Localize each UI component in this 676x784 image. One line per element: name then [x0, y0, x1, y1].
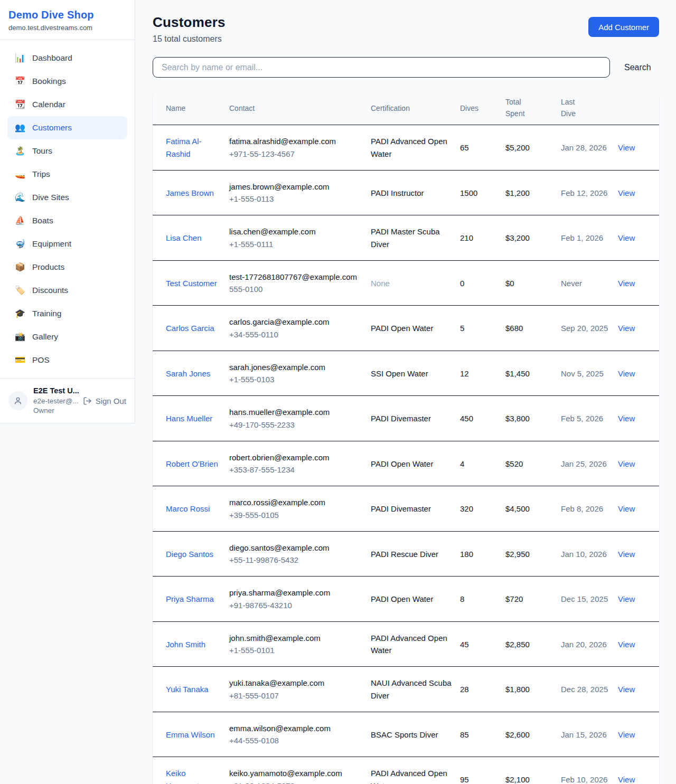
customer-last-dive: Sep 20, 2025 [561, 306, 618, 351]
customer-name-link[interactable]: Diego Santos [166, 550, 213, 559]
search-bar: Search [153, 57, 659, 78]
col-header-certification: Certification [371, 91, 460, 125]
sidebar-item-dashboard[interactable]: 📊 Dashboard [7, 46, 127, 70]
view-customer-link[interactable]: View [618, 143, 635, 152]
sidebar-item-products[interactable]: 📦 Products [7, 256, 127, 279]
customer-total-spent: $5,200 [505, 125, 561, 171]
table-row: Marco Rossi marco.rossi@example.com +39-… [153, 486, 659, 532]
view-customer-link[interactable]: View [618, 504, 635, 513]
customer-total-spent: $4,500 [505, 486, 561, 532]
customer-phone: +49-170-555-2233 [229, 419, 363, 431]
customer-dives: 45 [460, 621, 505, 667]
sidebar-item-boats[interactable]: ⛵ Boats [7, 209, 127, 232]
customer-certification: None [371, 260, 460, 306]
customer-last-dive: Jan 15, 2026 [561, 712, 618, 757]
customer-name-link[interactable]: Yuki Tanaka [166, 685, 209, 694]
shop-domain: demo.test.divestreams.com [8, 24, 126, 32]
customer-name-link[interactable]: Emma Wilson [166, 730, 215, 739]
sidebar-item-label: Calendar [32, 100, 65, 109]
customer-name-link[interactable]: Sarah Jones [166, 369, 210, 378]
customer-last-dive: Nov 5, 2025 [561, 351, 618, 396]
sidebar-item-label: Dashboard [32, 53, 72, 63]
customer-email: john.smith@example.com [229, 632, 363, 644]
table-row: Priya Sharma priya.sharma@example.com +9… [153, 577, 659, 622]
customer-last-dive: Dec 15, 2025 [561, 577, 618, 622]
sidebar-item-tours[interactable]: 🏝️ Tours [7, 139, 127, 163]
view-customer-link[interactable]: View [618, 369, 635, 378]
shop-name: Demo Dive Shop [8, 9, 126, 21]
view-customer-link[interactable]: View [618, 685, 635, 694]
customer-name-link[interactable]: Priya Sharma [166, 594, 214, 603]
view-customer-link[interactable]: View [618, 730, 635, 739]
customer-name-link[interactable]: Keiko Yamamoto [166, 769, 203, 784]
table-row: Emma Wilson emma.wilson@example.com +44-… [153, 712, 659, 757]
col-header-total-spent: Total Spent [505, 91, 561, 125]
sailboat-icon: ⛵ [15, 216, 25, 225]
customer-name-link[interactable]: Fatima Al-Rashid [166, 137, 202, 158]
customer-email: fatima.alrashid@example.com [229, 135, 363, 147]
customer-last-dive: Never [561, 260, 618, 306]
bar-chart-icon: 📊 [15, 54, 25, 62]
table-row: Keiko Yamamoto keiko.yamamoto@example.co… [153, 757, 659, 784]
sidebar-item-trips[interactable]: 🚤 Trips [7, 163, 127, 186]
graduation-cap-icon: 🎓 [15, 309, 25, 318]
customer-last-dive: Feb 12, 2026 [561, 170, 618, 215]
customer-phone: +55-11-99876-5432 [229, 554, 363, 566]
user-info: E2E Test U... e2e-tester@... Owner [33, 386, 77, 415]
customer-name-link[interactable]: Carlos Garcia [166, 324, 214, 333]
customer-email: james.brown@example.com [229, 181, 363, 193]
customer-phone: +1-555-0113 [229, 193, 363, 205]
view-customer-link[interactable]: View [618, 550, 635, 559]
sidebar-item-discounts[interactable]: 🏷️ Discounts [7, 279, 127, 302]
sidebar-item-training[interactable]: 🎓 Training [7, 302, 127, 325]
customer-name-link[interactable]: John Smith [166, 640, 205, 649]
sidebar-item-dive-sites[interactable]: 🌊 Dive Sites [7, 186, 127, 209]
view-customer-link[interactable]: View [618, 324, 635, 333]
view-customer-link[interactable]: View [618, 188, 635, 197]
view-customer-link[interactable]: View [618, 459, 635, 468]
sidebar: Demo Dive Shop demo.test.divestreams.com… [0, 0, 135, 423]
sign-out-button[interactable]: Sign Out [83, 396, 126, 405]
sidebar-item-customers[interactable]: 👥 Customers [7, 116, 127, 139]
customer-total-spent: $1,800 [505, 667, 561, 712]
add-customer-button[interactable]: Add Customer [588, 17, 659, 37]
customer-name-link[interactable]: Lisa Chen [166, 233, 202, 242]
customer-name-link[interactable]: Marco Rossi [166, 504, 210, 513]
sidebar-item-pos[interactable]: 💳 POS [7, 348, 127, 372]
customer-name-link[interactable]: Robert O'Brien [166, 459, 218, 468]
customer-email: carlos.garcia@example.com [229, 316, 363, 328]
customer-name-link[interactable]: Test Customer [166, 279, 217, 288]
search-input[interactable] [153, 57, 610, 78]
customer-dives: 450 [460, 396, 505, 441]
table-row: Sarah Jones sarah.jones@example.com +1-5… [153, 351, 659, 396]
view-customer-link[interactable]: View [618, 233, 635, 242]
customer-email: hans.mueller@example.com [229, 406, 363, 418]
view-customer-link[interactable]: View [618, 775, 635, 784]
view-customer-link[interactable]: View [618, 594, 635, 603]
customer-dives: 1500 [460, 170, 505, 215]
customer-certification: BSAC Sports Diver [371, 712, 460, 757]
view-customer-link[interactable]: View [618, 279, 635, 288]
view-customer-link[interactable]: View [618, 640, 635, 649]
customer-last-dive: Feb 5, 2026 [561, 396, 618, 441]
customer-name-link[interactable]: James Brown [166, 188, 214, 197]
customer-phone: +39-555-0105 [229, 509, 363, 521]
sidebar-item-equipment[interactable]: 🤿 Equipment [7, 232, 127, 256]
customer-email: lisa.chen@example.com [229, 225, 363, 238]
customer-certification: PADI Advanced Open Water [371, 757, 460, 784]
col-header-name: Name [153, 91, 229, 125]
sidebar-header: Demo Dive Shop demo.test.divestreams.com [0, 0, 135, 40]
customer-phone: +91-98765-43210 [229, 599, 363, 611]
customer-phone: +971-55-123-4567 [229, 148, 363, 160]
table-row: Fatima Al-Rashid fatima.alrashid@example… [153, 125, 659, 171]
customer-email: priya.sharma@example.com [229, 587, 363, 599]
search-button[interactable]: Search [610, 63, 659, 72]
customer-name-link[interactable]: Hans Mueller [166, 414, 212, 423]
sidebar-item-gallery[interactable]: 📸 Gallery [7, 325, 127, 348]
customer-last-dive: Jan 10, 2026 [561, 531, 618, 577]
sidebar-item-bookings[interactable]: 📅 Bookings [7, 70, 127, 93]
sidebar-item-label: Boats [32, 216, 53, 225]
customer-certification: PADI Open Water [371, 577, 460, 622]
sidebar-item-calendar[interactable]: 📆 Calendar [7, 93, 127, 116]
view-customer-link[interactable]: View [618, 414, 635, 423]
